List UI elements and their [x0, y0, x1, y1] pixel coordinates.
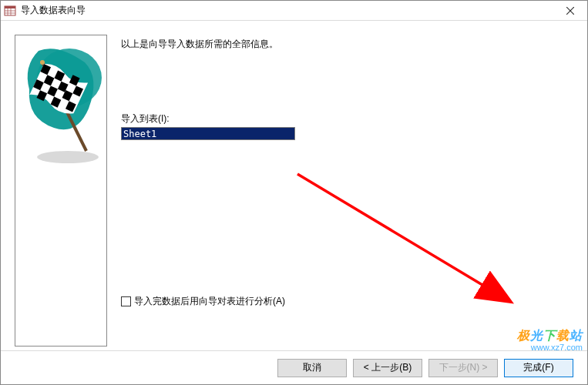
content-area: 以上是向导导入数据所需的全部信息。 导入到表(I): 导入完数据后用向导对表进行… — [1, 21, 587, 350]
close-icon — [566, 5, 574, 17]
main-panel: 以上是向导导入数据所需的全部信息。 导入到表(I): 导入完数据后用向导对表进行… — [107, 35, 573, 350]
analyze-checkbox[interactable] — [121, 296, 131, 306]
svg-rect-1 — [5, 6, 15, 8]
button-bar: 取消 < 上一步(B) 下一步(N) > 完成(F) — [1, 350, 587, 384]
info-text: 以上是向导导入数据所需的全部信息。 — [121, 38, 573, 51]
analyze-checkbox-label: 导入完数据后用向导对表进行分析(A) — [134, 295, 285, 308]
window-title: 导入数据表向导 — [21, 4, 584, 17]
cancel-button[interactable]: 取消 — [277, 359, 347, 377]
import-to-label: 导入到表(I): — [121, 112, 573, 126]
wizard-banner-image — [15, 35, 107, 346]
app-icon — [4, 5, 16, 17]
finish-button[interactable]: 完成(F) — [504, 359, 573, 377]
close-button[interactable] — [553, 1, 587, 21]
titlebar: 导入数据表向导 — [1, 1, 587, 21]
wizard-window: 导入数据表向导 — [0, 0, 588, 385]
import-to-group: 导入到表(I): — [121, 112, 573, 140]
analyze-checkbox-row: 导入完数据后用向导对表进行分析(A) — [121, 295, 285, 308]
import-to-input[interactable] — [121, 127, 295, 140]
svg-point-23 — [37, 151, 99, 163]
back-button[interactable]: < 上一步(B) — [353, 359, 422, 377]
next-button: 下一步(N) > — [428, 359, 498, 377]
